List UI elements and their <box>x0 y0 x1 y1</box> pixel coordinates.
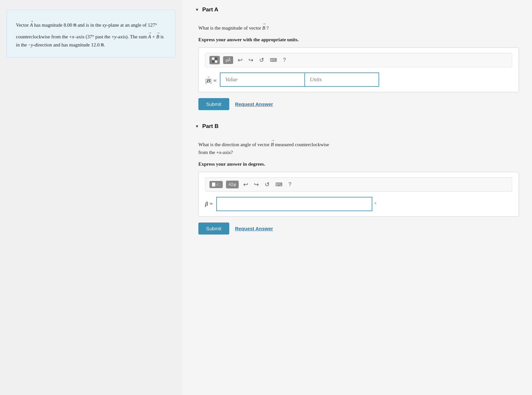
problem-box: Vector A→ has magnitude 8.00 m and is in… <box>7 10 176 57</box>
part-b-submit-btn[interactable]: Submit <box>198 223 229 235</box>
help-btn[interactable]: ? <box>282 57 287 64</box>
part-b-toolbar: √□ ΑΣφ ↩ ↪ ↺ ⌨ ? <box>205 177 512 192</box>
part-b-chevron: ▼ <box>195 124 199 129</box>
part-a-instruction: Express your answer with the appropriate… <box>198 36 519 44</box>
part-b-content: What is the direction angle of vector B→… <box>195 137 519 235</box>
part-b-undo-btn[interactable]: ↩ <box>242 180 249 189</box>
part-b-greek-btn[interactable]: ΑΣφ <box>226 181 239 188</box>
part-a-title: Part A <box>202 6 218 13</box>
part-b-answer-container: √□ ΑΣφ ↩ ↪ ↺ ⌨ ? β = ° <box>198 172 519 217</box>
part-a-answer-container: μÅ ↩ ↪ ↺ ⌨ ? |B→| = <box>198 47 519 92</box>
part-b-title: Part B <box>202 123 219 130</box>
grid-symbol-btn[interactable] <box>209 56 220 64</box>
part-a-request-btn[interactable]: Request Answer <box>235 101 273 107</box>
part-b-keyboard-btn[interactable]: ⌨ <box>274 181 284 188</box>
part-b-instruction: Express your answer in degrees. <box>198 160 519 168</box>
part-a-content: What is the magnitude of vector B→ ? Exp… <box>195 21 519 110</box>
redo-btn[interactable]: ↪ <box>247 56 255 64</box>
part-a-section: ▼ Part A What is the magnitude of vector… <box>195 6 519 110</box>
part-b-redo-btn[interactable]: ↪ <box>253 180 260 189</box>
part-b-input-row: β = ° <box>205 197 512 211</box>
part-b-help-btn[interactable]: ? <box>287 181 293 188</box>
part-a-toolbar: μÅ ↩ ↪ ↺ ⌨ ? <box>205 53 512 67</box>
keyboard-btn[interactable]: ⌨ <box>269 57 278 64</box>
units-input[interactable] <box>304 72 379 87</box>
part-a-chevron: ▼ <box>195 7 199 12</box>
right-panel: ▼ Part A What is the magnitude of vector… <box>182 0 532 395</box>
part-a-submit-btn[interactable]: Submit <box>198 98 229 110</box>
part-b-reset-btn[interactable]: ↺ <box>263 180 271 189</box>
part-a-question: What is the magnitude of vector B→ ? <box>198 21 519 32</box>
part-b-grid-btn[interactable]: √□ <box>209 181 223 188</box>
part-b-question: What is the direction angle of vector B→… <box>198 137 519 156</box>
mu-angstrom-btn[interactable]: μÅ <box>223 56 233 64</box>
part-b-input-label: β = <box>205 201 213 207</box>
part-b-btn-row: Submit Request Answer <box>198 223 519 235</box>
part-b-header[interactable]: ▼ Part B <box>195 123 519 130</box>
part-b-request-btn[interactable]: Request Answer <box>235 226 273 231</box>
degree-symbol: ° <box>374 201 376 207</box>
part-a-header[interactable]: ▼ Part A <box>195 6 519 13</box>
part-b-section: ▼ Part B What is the direction angle of … <box>195 123 519 235</box>
part-b-angle-input[interactable] <box>216 197 372 211</box>
reset-btn[interactable]: ↺ <box>258 56 265 64</box>
part-a-btn-row: Submit Request Answer <box>198 98 519 110</box>
left-panel: Vector A→ has magnitude 8.00 m and is in… <box>0 0 182 395</box>
undo-btn[interactable]: ↩ <box>236 56 244 64</box>
problem-text: Vector A→ has magnitude 8.00 m and is in… <box>16 18 166 49</box>
value-input[interactable] <box>220 72 304 87</box>
part-a-input-row: |B→| = <box>205 72 512 87</box>
part-a-input-label: |B→| = <box>205 75 217 84</box>
